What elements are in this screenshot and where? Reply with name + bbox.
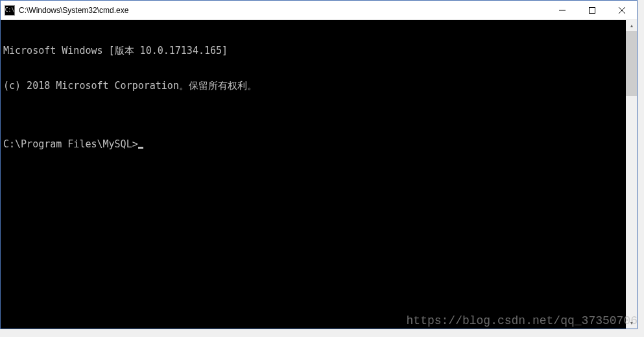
svg-rect-1 <box>590 7 595 13</box>
console-line: (c) 2018 Microsoft Corporation。保留所有权利。 <box>3 80 623 92</box>
cmd-window: C:\ C:\Windows\System32\cmd.exe Microsof… <box>0 0 638 329</box>
vertical-scrollbar[interactable]: ▴ ▾ <box>626 20 637 329</box>
minimize-button[interactable] <box>547 1 577 19</box>
scroll-down-button[interactable]: ▾ <box>626 318 637 329</box>
window-title: C:\Windows\System32\cmd.exe <box>19 6 547 15</box>
prompt-line: C:\Program Files\MySQL> <box>3 138 623 150</box>
console-area: Microsoft Windows [版本 10.0.17134.165] (c… <box>1 20 637 329</box>
scroll-up-button[interactable]: ▴ <box>626 20 637 31</box>
cursor-icon <box>138 147 143 149</box>
console-line: Microsoft Windows [版本 10.0.17134.165] <box>3 45 623 56</box>
window-controls <box>547 1 637 19</box>
titlebar[interactable]: C:\ C:\Windows\System32\cmd.exe <box>1 1 637 20</box>
maximize-button[interactable] <box>577 1 607 19</box>
scrollbar-thumb[interactable] <box>626 31 637 96</box>
prompt-text: C:\Program Files\MySQL> <box>3 138 138 150</box>
console-output[interactable]: Microsoft Windows [版本 10.0.17134.165] (c… <box>1 20 626 329</box>
app-icon: C:\ <box>5 5 15 16</box>
close-button[interactable] <box>607 1 637 19</box>
